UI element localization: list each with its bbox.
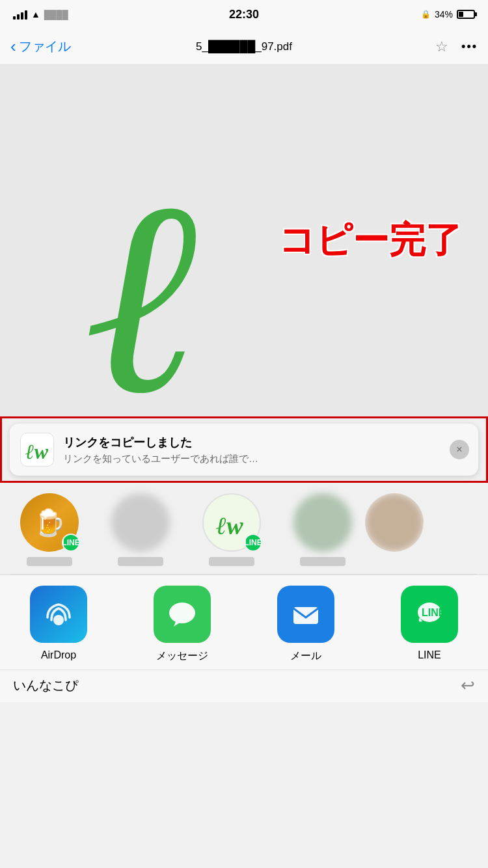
notification-banner-wrapper: ℓw リンクをコピーしました リンクを知っているユーザーであれば誰で… ×: [0, 416, 488, 483]
avatar-image: [293, 493, 352, 552]
contact-item[interactable]: [284, 493, 362, 566]
avatar: [111, 493, 170, 552]
mail-label: メール: [290, 649, 321, 663]
status-right: 🔒 34%: [421, 9, 475, 20]
bookmark-icon[interactable]: ☆: [435, 38, 448, 55]
contact-item[interactable]: [375, 493, 414, 566]
share-app-mail[interactable]: メール: [260, 586, 351, 663]
status-left: ▲ ████: [13, 9, 68, 20]
svg-text:ℓw: ℓw: [25, 440, 49, 463]
back-button[interactable]: ‹ ファイル: [10, 36, 71, 57]
contact-name: [209, 557, 254, 566]
share-apps-row: AirDrop メッセージ メール: [0, 586, 488, 663]
notification-body: リンクを知っているユーザーであれば誰で…: [63, 453, 446, 465]
back-label: ファイル: [19, 38, 71, 55]
mail-app-icon: [277, 586, 334, 643]
copy-complete-overlay: コピー完了: [278, 216, 462, 265]
lock-icon: 🔒: [421, 10, 431, 19]
page-title: 5_██████_97.pdf: [196, 40, 292, 53]
pdf-logo-svg: ℓ: [49, 117, 439, 416]
status-time: 22:30: [229, 8, 259, 21]
chevron-left-icon: ‹: [10, 36, 16, 57]
bottom-actions: いんなこぴ ↩: [0, 670, 488, 702]
contact-row: 🍺 LINE ℓw LINE: [0, 483, 488, 574]
share-app-airdrop[interactable]: AirDrop: [13, 586, 104, 663]
svg-text:LINE: LINE: [422, 607, 446, 618]
status-bar: ▲ ████ 22:30 🔒 34%: [0, 0, 488, 29]
share-app-messages[interactable]: メッセージ: [137, 586, 228, 663]
share-app-line[interactable]: LINE LINE: [384, 586, 475, 663]
line-badge-icon: LINE: [244, 534, 262, 552]
notification-app-icon: ℓw: [20, 433, 54, 467]
notification-title: リンクをコピーしました: [63, 435, 446, 450]
share-sheet: AirDrop メッセージ メール: [0, 575, 488, 670]
carrier-label: ████: [44, 10, 68, 20]
avatar: [365, 493, 424, 552]
avatar-image: [111, 493, 170, 552]
battery-percentage: 34%: [435, 9, 453, 20]
contact-name: [27, 557, 72, 566]
airdrop-app-icon: [30, 586, 87, 643]
battery-icon: [457, 10, 475, 19]
pdf-content-area: ℓ コピー完了: [0, 65, 488, 416]
svg-text:ℓw: ℓw: [216, 512, 243, 539]
navigation-bar: ‹ ファイル 5_██████_97.pdf ☆ •••: [0, 29, 488, 65]
line-badge-icon: LINE: [62, 534, 80, 552]
messages-app-icon: [154, 586, 211, 643]
airdrop-label: AirDrop: [41, 649, 76, 661]
more-options-icon[interactable]: •••: [461, 40, 478, 53]
notification-text: リンクをコピーしました リンクを知っているユーザーであれば誰で…: [63, 435, 446, 465]
svg-text:ℓ: ℓ: [88, 147, 204, 416]
avatar: ℓw LINE: [202, 493, 261, 552]
avatar-image: [365, 493, 424, 552]
line-label: LINE: [418, 649, 441, 661]
close-icon: ×: [456, 444, 462, 455]
avatar: 🍺 LINE: [20, 493, 79, 552]
avatar: [293, 493, 352, 552]
contact-item[interactable]: ℓw LINE: [193, 493, 271, 566]
contact-item[interactable]: [102, 493, 180, 566]
bottom-action-text: いんなこぴ: [13, 677, 78, 694]
notification-close-button[interactable]: ×: [450, 440, 469, 459]
contact-name: [118, 557, 163, 566]
pdf-page: ℓ コピー完了: [0, 65, 488, 416]
messages-label: メッセージ: [156, 649, 208, 663]
contact-item[interactable]: 🍺 LINE: [10, 493, 88, 566]
svg-point-3: [53, 615, 64, 625]
nav-right-actions: ☆ •••: [435, 38, 478, 55]
contact-name: [300, 557, 346, 566]
svg-rect-6: [293, 607, 318, 624]
signal-bars-icon: [13, 9, 27, 20]
line-app-icon: LINE: [401, 586, 458, 643]
bottom-action-icon[interactable]: ↩: [461, 675, 475, 696]
svg-point-4: [169, 603, 195, 623]
notification-banner: ℓw リンクをコピーしました リンクを知っているユーザーであれば誰で… ×: [10, 424, 478, 476]
wifi-icon: ▲: [31, 9, 40, 20]
